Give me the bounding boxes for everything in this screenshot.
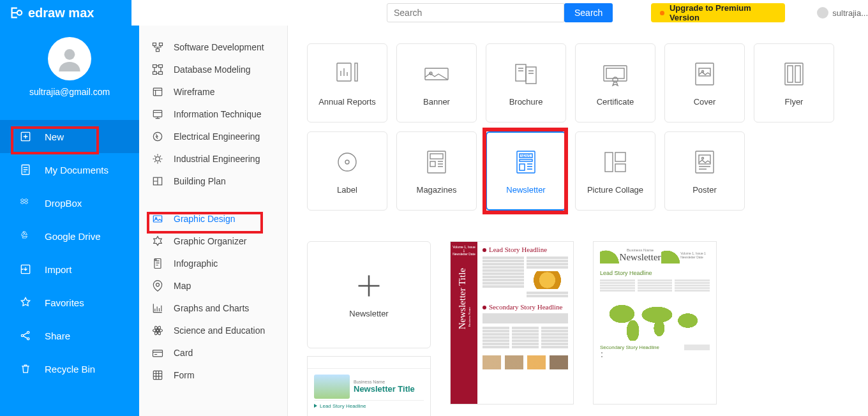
tile-newsletter[interactable]: NEWSNewsletter — [486, 131, 566, 211]
svg-text:NEWS: NEWS — [521, 154, 531, 158]
category-label: Map — [174, 281, 191, 291]
sidebar-item-recycle[interactable]: Recycle Bin — [0, 352, 139, 385]
category-item-science-edu[interactable]: Science and Education — [139, 319, 287, 341]
tile-annual-reports[interactable]: Annual Reports — [307, 43, 387, 123]
ginkgo-icon — [661, 247, 681, 264]
graphic-organizer-icon — [151, 234, 165, 248]
category-item-graphic-organizer[interactable]: Graphic Organizer — [139, 230, 287, 252]
tile-poster[interactable]: Poster — [664, 131, 745, 211]
category-item-db-modeling[interactable]: Database Modeling — [139, 58, 287, 80]
category-item-graphic-design[interactable]: Graphic Design — [139, 207, 287, 230]
upgrade-label: Upgrade to Premium Version — [670, 3, 776, 22]
category-item-industrial[interactable]: Industrial Engineering — [139, 147, 287, 170]
label-icon — [333, 148, 361, 176]
upgrade-button[interactable]: Upgrade to Premium Version — [651, 3, 785, 22]
tpl2-body: Lead Story Headline Secondary Story Head… — [477, 242, 573, 404]
poster-icon — [691, 148, 719, 176]
sidebar-item-import[interactable]: Import — [0, 253, 139, 286]
electrical-icon — [151, 130, 165, 144]
category-label: Graphic Organizer — [174, 236, 246, 246]
category-label: Building Plan — [174, 176, 226, 186]
sidebar-item-share[interactable]: Share — [0, 319, 139, 352]
info-technique-icon — [151, 107, 165, 121]
category-item-form[interactable]: Form — [139, 364, 287, 386]
sidebar-item-label: Favorites — [45, 297, 84, 308]
building-icon — [151, 174, 165, 188]
tile-cover[interactable]: Cover — [664, 43, 745, 123]
category-item-card[interactable]: Card — [139, 341, 287, 364]
share-icon — [19, 329, 32, 342]
tile-brochure[interactable]: Brochure — [486, 43, 566, 123]
user-menu[interactable]: sultrajia... — [817, 7, 868, 19]
profile: sultrajia@gmail.com — [0, 26, 139, 105]
category-item-graphs-charts[interactable]: Graphs and Charts — [139, 297, 287, 319]
app-name: edraw max — [28, 6, 94, 20]
svg-rect-9 — [160, 43, 163, 45]
svg-point-5 — [21, 334, 23, 336]
svg-rect-58 — [615, 164, 625, 172]
category-label: Card — [174, 348, 193, 358]
avatar[interactable] — [48, 37, 91, 80]
svg-point-61 — [702, 157, 704, 159]
tile-label: Cover — [694, 97, 716, 107]
tile-certificate[interactable]: Certificate — [575, 43, 655, 123]
template-preview-3[interactable]: Business Name Newsletter Volume 1, Issue… — [593, 241, 717, 405]
ginkgo-icon — [600, 247, 620, 264]
svg-point-18 — [156, 156, 160, 161]
sidebar-item-label: DropBox — [45, 198, 82, 209]
category-item-electrical[interactable]: Electrical Engineering — [139, 125, 287, 147]
svg-rect-29 — [153, 350, 163, 356]
tpl2-lead: Lead Story Headline — [483, 246, 568, 253]
svg-point-23 — [154, 258, 156, 260]
tpl1-title: Newsletter Title — [354, 384, 415, 394]
cover-icon — [691, 60, 719, 88]
svg-rect-57 — [615, 152, 625, 161]
content-area: Annual ReportsBannerBrochureCertificateC… — [288, 26, 868, 416]
infographic-icon — [151, 256, 165, 271]
tile-label: Banner — [423, 97, 450, 107]
template-preview-2[interactable]: Volume 1, Issue 1 Newsletter Date Newsle… — [450, 241, 574, 405]
category-label: Software Development — [174, 42, 264, 52]
tile-label: Magazines — [417, 185, 457, 195]
brochure-icon — [512, 60, 540, 88]
sidebar-item-dropbox[interactable]: DropBox — [0, 186, 139, 219]
search-button[interactable]: Search — [564, 3, 613, 22]
tpl3-title: Newsletter — [620, 252, 661, 263]
category-label: Database Modeling — [174, 64, 251, 75]
template-preview-1[interactable]: Business Name Newsletter Title Lead Stor… — [307, 356, 431, 416]
tile-flyer[interactable]: Flyer — [754, 43, 834, 123]
tile-picture-collage[interactable]: Picture Collage — [575, 131, 655, 211]
category-item-infographic[interactable]: Infographic — [139, 252, 287, 274]
category-item-info-technique[interactable]: Information Technique — [139, 103, 287, 125]
sidebar-item-new[interactable]: New — [0, 120, 139, 153]
science-edu-icon — [151, 323, 165, 338]
category-item-wireframe[interactable]: Wireframe — [139, 80, 287, 103]
tpl1-business-name: Business Name — [354, 380, 415, 384]
sidebar-item-favorites[interactable]: Favorites — [0, 286, 139, 319]
category-item-building[interactable]: Building Plan — [139, 170, 287, 192]
svg-rect-50 — [430, 161, 435, 167]
tile-banner[interactable]: Banner — [396, 43, 477, 123]
sidebar-item-mydocs[interactable]: My Documents — [0, 153, 139, 186]
search-input[interactable] — [387, 3, 564, 22]
svg-rect-44 — [788, 66, 793, 82]
sidebar-item-label: Import — [45, 264, 72, 275]
svg-rect-14 — [159, 71, 163, 74]
picture-collage-icon — [601, 148, 629, 176]
template-new-blank[interactable]: Newsletter — [307, 241, 431, 348]
sidebar-item-label: My Documents — [45, 165, 108, 175]
tile-magazines[interactable]: Magazines — [396, 131, 477, 211]
category-label: Information Technique — [174, 109, 262, 119]
sidebar-item-gdrive[interactable]: Google Drive — [0, 219, 139, 253]
svg-rect-54 — [520, 160, 532, 161]
app-logo: edraw max — [0, 0, 131, 26]
category-label: Industrial Engineering — [174, 154, 260, 164]
tile-label[interactable]: Label — [307, 131, 387, 211]
svg-rect-41 — [699, 68, 710, 76]
tile-label: Annual Reports — [318, 97, 376, 107]
category-item-map[interactable]: Map — [139, 274, 287, 297]
tpl3-secondary: Secondary Story Headline — [600, 345, 710, 350]
tpl2-volume: Volume 1, Issue 1 Newsletter Date — [452, 246, 476, 256]
category-item-software-dev[interactable]: Software Development — [139, 36, 287, 58]
template-type-grid: Annual ReportsBannerBrochureCertificateC… — [307, 43, 849, 211]
